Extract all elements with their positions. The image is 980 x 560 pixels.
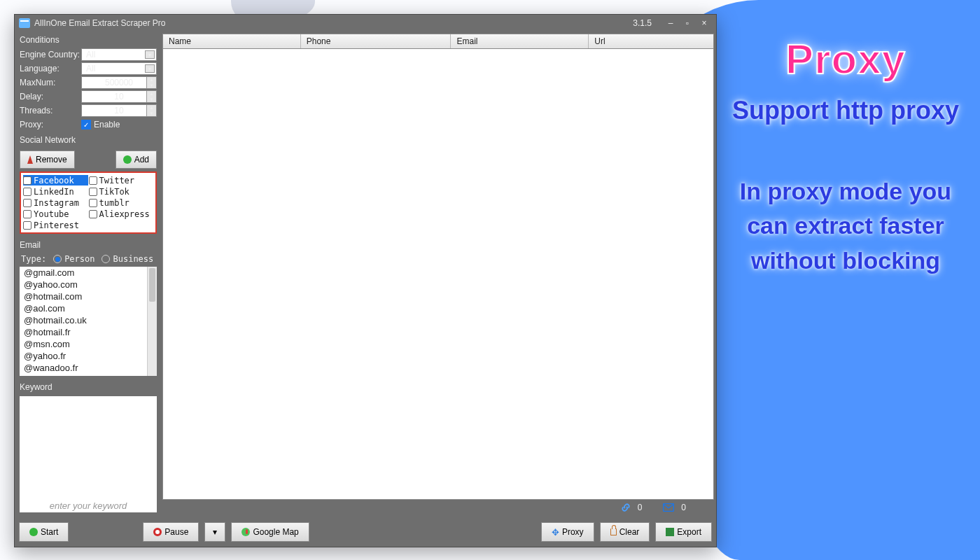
footer-toolbar: Start Pause ▾ Google Map ✥ Proxy Clear (15, 517, 716, 547)
promo-body: In proxy mode you can extract faster wit… (720, 174, 972, 278)
spin-up-icon[interactable]: ▲ (146, 77, 156, 83)
google-map-button[interactable]: Google Map (231, 522, 309, 542)
checkbox-icon[interactable] (89, 199, 97, 207)
plus-icon (123, 155, 132, 164)
domain-item[interactable]: @hotmail.fr (20, 326, 157, 338)
engine-country-label: Engine Country: (20, 50, 81, 59)
titlebar[interactable]: AllInOne Email Extract Scraper Pro 3.1.5… (15, 15, 716, 31)
domain-item[interactable]: @gmail.com (20, 267, 157, 279)
scrollbar[interactable] (147, 267, 157, 376)
social-item-linkedin[interactable]: LinkedIn (23, 186, 88, 197)
social-item-pinterest[interactable]: Pinterest (23, 220, 88, 230)
excel-icon (666, 528, 674, 536)
proxy-checkbox[interactable]: ✓ (81, 120, 91, 130)
threads-value: 10 (114, 106, 123, 115)
play-icon (29, 528, 38, 536)
domain-item[interactable]: @yahoo.com (20, 279, 157, 290)
social-item-aliexpress[interactable]: Aliexpress (89, 209, 154, 219)
remove-label: Remove (36, 155, 67, 164)
add-label: Add (134, 155, 149, 164)
checkbox-icon[interactable] (23, 176, 31, 185)
grid-header: Name Phone Email Url (162, 34, 714, 49)
language-label: Language: (20, 64, 81, 74)
clear-label: Clear (620, 527, 640, 537)
start-label: Start (41, 527, 58, 537)
pause-button[interactable]: Pause (143, 522, 199, 542)
pause-icon (153, 528, 162, 536)
maxnum-input[interactable]: 500000 ▲▼ (81, 76, 157, 89)
checkbox-icon[interactable] (89, 176, 97, 185)
social-panel: Social Network Remove Add FacebookTwitte… (17, 134, 160, 237)
start-button[interactable]: Start (19, 522, 69, 542)
col-url[interactable]: Url (589, 34, 713, 48)
app-version: 3.1.5 (633, 18, 652, 28)
map-pin-icon (241, 528, 250, 536)
language-select[interactable]: All ▾ (81, 62, 157, 75)
social-item-label: Instagram (34, 198, 79, 208)
scrollbar-thumb[interactable] (149, 268, 155, 302)
checkbox-icon[interactable] (89, 210, 97, 218)
status-bar: 0 0 (162, 500, 714, 515)
domain-item[interactable]: @wanadoo.fr (20, 362, 157, 374)
app-window: AllInOne Email Extract Scraper Pro 3.1.5… (14, 14, 717, 547)
social-item-label: Twitter (99, 176, 135, 186)
mail-icon (663, 503, 674, 512)
social-list: FacebookTwitterLinkedInTikTokInstagramtu… (20, 172, 157, 234)
delay-value: 10 (114, 92, 123, 102)
checkbox-icon[interactable] (23, 188, 31, 196)
export-button[interactable]: Export (655, 522, 712, 542)
domain-item[interactable]: @yahoo.fr (20, 350, 157, 362)
social-header: Social Network (17, 134, 160, 148)
col-email[interactable]: Email (451, 34, 589, 48)
domain-item[interactable]: @aol.com (20, 302, 157, 314)
domain-item[interactable]: @msn.com (20, 338, 157, 350)
spin-down-icon[interactable]: ▼ (146, 111, 156, 116)
trash-icon (27, 155, 33, 164)
spin-down-icon[interactable]: ▼ (146, 97, 156, 102)
proxy-label: Proxy: (20, 120, 81, 130)
pause-dropdown[interactable]: ▾ (204, 522, 225, 542)
checkbox-icon[interactable] (89, 188, 97, 196)
col-phone[interactable]: Phone (301, 34, 451, 48)
grid-body[interactable] (162, 49, 714, 500)
app-icon (19, 18, 30, 28)
maximize-button[interactable]: ▫ (680, 18, 695, 29)
promo-panel: Proxy Support http proxy In proxy mode y… (720, 35, 972, 278)
social-item-twitter[interactable]: Twitter (89, 175, 154, 186)
spin-down-icon[interactable]: ▼ (146, 83, 156, 88)
domain-item[interactable]: @hotmail.co.uk (20, 314, 157, 326)
checkbox-icon[interactable] (23, 221, 31, 230)
spin-up-icon[interactable]: ▲ (146, 91, 156, 97)
keyword-panel: Keyword enter your keyword (17, 381, 160, 515)
minimize-button[interactable]: – (663, 18, 678, 29)
social-item-instagram[interactable]: Instagram (23, 197, 88, 208)
remove-button[interactable]: Remove (20, 150, 75, 169)
business-radio[interactable] (102, 255, 110, 263)
spin-up-icon[interactable]: ▲ (146, 105, 156, 111)
chevron-down-icon: ▾ (145, 64, 155, 73)
domain-item[interactable]: @orange.fr (20, 374, 157, 376)
col-name[interactable]: Name (163, 34, 301, 48)
engine-country-select[interactable]: All ▾ (81, 48, 157, 61)
conditions-header: Conditions (17, 34, 160, 48)
proxy-button[interactable]: ✥ Proxy (541, 522, 594, 542)
checkbox-icon[interactable] (23, 210, 31, 218)
globe-icon: ✥ (552, 527, 559, 538)
social-item-youtube[interactable]: Youtube (23, 209, 88, 219)
clear-button[interactable]: Clear (600, 522, 650, 542)
keyword-input[interactable]: enter your keyword (20, 396, 157, 512)
add-button[interactable]: Add (115, 150, 157, 169)
delay-input[interactable]: 10 ▲▼ (81, 90, 157, 103)
social-item-facebook[interactable]: Facebook (23, 175, 88, 186)
close-button[interactable]: × (696, 18, 712, 29)
social-item-tumblr[interactable]: tumblr (89, 197, 154, 208)
domain-item[interactable]: @hotmail.com (20, 290, 157, 302)
threads-input[interactable]: 10 ▲▼ (81, 104, 157, 117)
proxy-label-btn: Proxy (562, 527, 584, 537)
export-label: Export (677, 527, 701, 537)
social-item-tiktok[interactable]: TikTok (89, 186, 154, 197)
email-domain-list[interactable]: @gmail.com@yahoo.com@hotmail.com@aol.com… (20, 267, 157, 376)
checkbox-icon[interactable] (23, 199, 31, 207)
person-radio[interactable] (53, 255, 62, 263)
business-label: Business (113, 254, 153, 264)
